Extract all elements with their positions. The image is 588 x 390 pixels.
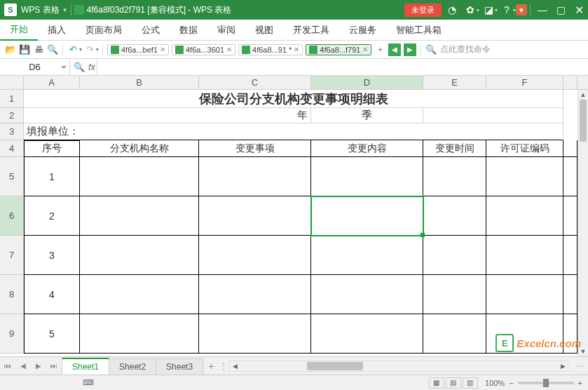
add-sheet-button[interactable]: +: [203, 358, 219, 375]
formula-input[interactable]: [97, 59, 588, 75]
col-header[interactable]: A: [24, 76, 80, 89]
scrollbar-thumb[interactable]: [307, 362, 363, 370]
cell[interactable]: [423, 157, 486, 196]
scroll-right-icon[interactable]: ▶: [558, 361, 568, 371]
view-normal-button[interactable]: ▦: [429, 377, 444, 389]
row-header[interactable]: 6: [0, 196, 24, 236]
sync-icon[interactable]: ◔: [443, 1, 461, 19]
new-tab-icon[interactable]: +: [374, 43, 386, 56]
redo-icon[interactable]: ↷: [83, 43, 96, 56]
row-header[interactable]: 1: [0, 90, 24, 108]
zoom-out-button[interactable]: −: [509, 379, 513, 387]
doc-tab-close-icon[interactable]: ✕: [160, 46, 165, 53]
app-menu-dropdown-icon[interactable]: ▼: [62, 7, 68, 13]
search-icon[interactable]: 🔍: [425, 43, 437, 56]
fx-search-icon[interactable]: 🔍: [71, 59, 87, 75]
sheet-prev-icon[interactable]: ◀: [15, 358, 31, 375]
scroll-up-icon[interactable]: ▲: [578, 90, 588, 100]
row-header[interactable]: 8: [0, 275, 24, 314]
undo-icon[interactable]: ↶: [67, 43, 79, 56]
header-cell[interactable]: 许可证编码: [486, 140, 563, 157]
doc-tab[interactable]: 4f6a...3601 ✕: [172, 44, 235, 55]
row-header[interactable]: 2: [0, 108, 24, 123]
ribbon-toggle-icon[interactable]: ▾: [516, 4, 527, 15]
cell[interactable]: [486, 236, 563, 275]
scroll-left-icon[interactable]: ◀: [230, 361, 240, 371]
login-badge[interactable]: 未登录: [404, 4, 442, 17]
doc-tab[interactable]: 4f6a8...91 * ✕: [238, 44, 303, 55]
minimize-button[interactable]: —: [533, 1, 552, 19]
horizontal-scrollbar[interactable]: ◀ ▶: [229, 361, 568, 372]
cell[interactable]: [423, 275, 486, 314]
keyboard-icon[interactable]: ⌨: [83, 378, 94, 387]
cell[interactable]: [80, 275, 199, 314]
menu-insert[interactable]: 插入: [38, 20, 76, 40]
cell[interactable]: 年: [24, 108, 311, 123]
cell[interactable]: [80, 236, 199, 275]
menu-data[interactable]: 数据: [170, 20, 207, 40]
view-break-button[interactable]: ▥: [463, 377, 478, 389]
sheet-tab[interactable]: Sheet1: [62, 358, 109, 375]
header-cell[interactable]: 变更内容: [311, 140, 423, 157]
cell[interactable]: [563, 236, 577, 275]
doc-tab-close-icon[interactable]: ✕: [362, 46, 368, 53]
cell[interactable]: 2: [24, 196, 80, 236]
scrollbar-thumb[interactable]: [580, 100, 587, 142]
cell[interactable]: 1: [24, 157, 80, 196]
col-header[interactable]: C: [199, 76, 311, 89]
cell[interactable]: [423, 314, 486, 354]
cell[interactable]: [311, 314, 423, 354]
save-icon[interactable]: 💾: [18, 43, 31, 56]
row-header[interactable]: 9: [0, 314, 24, 354]
maximize-button[interactable]: ▢: [552, 1, 570, 19]
cell[interactable]: 5: [24, 314, 80, 354]
cell[interactable]: 季: [311, 108, 423, 123]
name-box[interactable]: D6: [0, 59, 70, 75]
cell[interactable]: [80, 314, 199, 354]
tab-next-button[interactable]: ▶: [404, 43, 416, 56]
fx-label[interactable]: fx: [88, 62, 95, 72]
cell[interactable]: [423, 236, 486, 275]
row-header[interactable]: 4: [0, 140, 24, 157]
cell[interactable]: [423, 196, 486, 236]
menu-formula[interactable]: 公式: [132, 20, 170, 40]
cell[interactable]: [311, 236, 423, 275]
cell[interactable]: 4: [24, 275, 80, 314]
menu-page-layout[interactable]: 页面布局: [76, 20, 132, 40]
cell[interactable]: [486, 275, 563, 314]
row-header[interactable]: 3: [0, 123, 24, 140]
sheet-tab[interactable]: Sheet3: [156, 358, 203, 375]
col-header[interactable]: B: [80, 76, 199, 89]
zoom-knob[interactable]: [543, 379, 549, 387]
zoom-slider[interactable]: [518, 382, 574, 384]
cell[interactable]: [80, 196, 199, 236]
spreadsheet-grid[interactable]: A B C D E F 1 2 3 4 5 6 7 8 9 保险公司分支机构变更…: [0, 76, 588, 356]
resize-handle-icon[interactable]: ⋯: [574, 361, 588, 371]
cell[interactable]: [563, 196, 577, 236]
print-icon[interactable]: 🖶: [32, 43, 45, 56]
col-header[interactable]: D: [311, 76, 423, 89]
col-header[interactable]: F: [486, 76, 563, 89]
doc-tab-close-icon[interactable]: ✕: [226, 46, 232, 53]
doc-tab[interactable]: 4f6a8...f791 ✕: [306, 44, 371, 55]
cell[interactable]: [199, 314, 311, 354]
cell[interactable]: [199, 236, 311, 275]
zoom-value[interactable]: 100%: [485, 379, 505, 387]
cell[interactable]: [199, 275, 311, 314]
select-all-corner[interactable]: [0, 76, 24, 89]
print-preview-icon[interactable]: 🔍: [46, 43, 59, 56]
header-cell[interactable]: 分支机构名称: [80, 140, 199, 157]
col-header[interactable]: E: [423, 76, 486, 89]
doc-tab[interactable]: 4f6a...bef1 ✕: [107, 44, 169, 55]
menu-review[interactable]: 审阅: [207, 20, 245, 40]
menu-view[interactable]: 视图: [245, 20, 283, 40]
header-cell[interactable]: 变更事项: [199, 140, 311, 157]
cell[interactable]: 填报单位：: [24, 123, 563, 140]
cell[interactable]: [80, 157, 199, 196]
cell[interactable]: [563, 157, 577, 196]
menu-cloud[interactable]: 云服务: [339, 20, 386, 40]
search-hint[interactable]: 点此查找命令: [440, 43, 491, 55]
sheet-first-icon[interactable]: ⏮: [0, 358, 15, 375]
col-header[interactable]: [563, 76, 577, 89]
open-icon[interactable]: 📂: [4, 43, 17, 56]
